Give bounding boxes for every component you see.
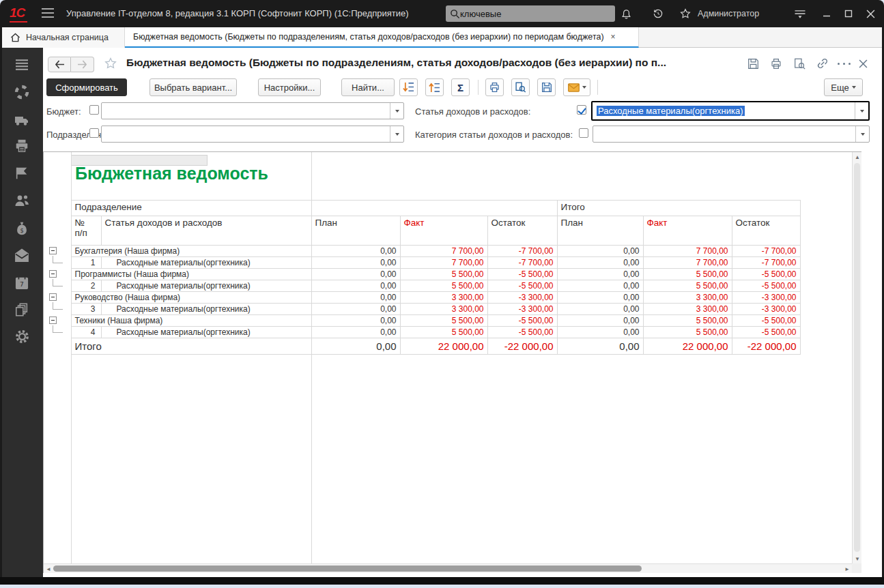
more-caret [852, 86, 856, 89]
current-user[interactable]: Администратор [698, 9, 759, 18]
users-icon[interactable] [13, 192, 31, 209]
sidebar: $ 7 [0, 48, 43, 577]
minimize-button[interactable] [818, 6, 836, 21]
add-favorite-star-icon[interactable] [104, 57, 117, 70]
preview-toolbar-button[interactable] [511, 78, 530, 96]
vehicle-truck-icon[interactable] [13, 111, 31, 129]
table-row-detail: 3 Расходные материалы(оргтехника) 0,00 3… [47, 304, 800, 315]
save-report-icon[interactable] [745, 57, 761, 70]
header-plan: План [311, 216, 400, 246]
cell-num: 1 [71, 257, 101, 269]
item-dropdown-button[interactable] [855, 102, 868, 119]
forward-button[interactable] [71, 57, 94, 72]
cell-fact: 3 300,00 [400, 292, 487, 304]
scroll-up-arrow[interactable]: ▲ [853, 152, 862, 162]
item-filter-combobox[interactable]: Расходные материалы(оргтехника) [591, 101, 870, 121]
cell-plan: 0,00 [311, 292, 400, 304]
collapse-group-icon[interactable] [49, 270, 57, 278]
save-toolbar-button[interactable] [537, 78, 556, 96]
back-button[interactable] [48, 57, 71, 72]
category-filter-combobox[interactable] [593, 126, 870, 143]
close-form-icon[interactable] [855, 57, 871, 70]
history-icon[interactable] [650, 6, 666, 21]
map-flag-icon[interactable] [13, 164, 31, 182]
titlebar: 1С Управление IT-отделом 8, редакция 3.1… [0, 0, 884, 27]
cell-rest: -3 300,00 [487, 292, 557, 304]
cell-fact: 7 700,00 [400, 257, 487, 269]
cell-total-rest: -5 500,00 [732, 327, 800, 338]
search-input[interactable] [460, 9, 597, 19]
spreadsheet[interactable]: Бюджетная ведомость Подразделение Итого [44, 152, 852, 563]
send-email-button[interactable] [563, 78, 590, 96]
sigma-glyph: Σ [457, 82, 464, 93]
preview-icon[interactable] [791, 57, 808, 70]
horizontal-scrollbar[interactable]: ◄ ► [44, 563, 852, 573]
header-total-plan: План [557, 216, 643, 246]
collapse-group-icon[interactable] [49, 293, 57, 301]
service-settings-icon[interactable] [792, 6, 808, 21]
header-item: Статья доходов и расходов [101, 216, 311, 246]
window-frame-bottom [0, 577, 884, 585]
favorites-star-icon[interactable] [677, 6, 694, 21]
main-menu-icon[interactable] [41, 8, 55, 18]
budget-dropdown-button[interactable] [390, 103, 403, 119]
sections-menu-icon[interactable] [13, 56, 31, 74]
collapse-group-icon[interactable] [49, 247, 57, 254]
total-trest: -22 000,00 [732, 338, 800, 355]
print-icon[interactable] [768, 57, 784, 70]
item-filter-checkbox[interactable] [577, 105, 586, 115]
documents-copies-icon[interactable] [13, 301, 31, 319]
cell-plan: 0,00 [311, 246, 400, 257]
department-filter-checkbox[interactable] [89, 128, 99, 138]
print-toolbar-button[interactable] [485, 78, 504, 96]
header-total: Итого [557, 201, 800, 216]
header-rest: Остаток [487, 216, 557, 246]
find-button[interactable]: Найти... [341, 78, 395, 96]
more-button[interactable]: Еще [824, 78, 863, 96]
vertical-scroll-thumb[interactable] [854, 163, 860, 552]
notifications-bell-icon[interactable] [618, 6, 634, 21]
vertical-scrollbar[interactable]: ▲ ▼ [852, 152, 861, 563]
cell-plan: 0,00 [311, 304, 400, 315]
window-frame-left [0, 27, 2, 577]
cell-plan: 0,00 [311, 257, 400, 269]
scroll-left-arrow[interactable]: ◄ [44, 564, 53, 574]
department-filter-combobox[interactable] [101, 126, 404, 143]
generate-button[interactable]: Сформировать [46, 78, 127, 96]
category-filter-checkbox[interactable] [579, 128, 588, 138]
scroll-right-arrow[interactable]: ► [842, 564, 852, 574]
maximize-button[interactable] [840, 6, 857, 21]
select-variant-button[interactable]: Выбрать вариант... [149, 78, 237, 96]
category-dropdown-button[interactable] [855, 126, 869, 142]
gear-settings-icon[interactable] [13, 327, 31, 345]
money-bag-icon[interactable]: $ [13, 220, 31, 237]
helpdesk-lifebuoy-icon[interactable] [13, 83, 31, 101]
get-link-icon[interactable] [814, 57, 831, 70]
calendar-icon[interactable]: 7 [13, 274, 31, 291]
report-table: Подразделение Итого №п/п Статья доходов … [47, 200, 801, 355]
department-dropdown-button[interactable] [390, 126, 403, 142]
global-search[interactable] [446, 5, 615, 22]
settings-button[interactable]: Настройки... [258, 78, 321, 96]
scroll-down-arrow[interactable]: ▼ [853, 554, 862, 563]
grid-guide-mid [311, 152, 312, 200]
collapse-group-icon[interactable] [49, 317, 57, 324]
close-window-button[interactable] [861, 6, 879, 21]
horizontal-scroll-thumb[interactable] [53, 565, 642, 572]
expand-groups-button[interactable] [399, 78, 418, 96]
page-title: Бюджетная ведомость (Бюджеты по подразде… [126, 57, 744, 69]
tab-home[interactable]: Начальная страница [2, 27, 125, 48]
more-label: Еще [831, 83, 849, 93]
sum-button[interactable]: Σ [451, 78, 470, 96]
tab-close-icon[interactable]: × [611, 32, 616, 42]
cell-num: 4 [71, 327, 101, 338]
budget-filter-combobox[interactable] [101, 102, 404, 119]
total-label: Итого [71, 338, 311, 355]
cell-fact: 5 500,00 [400, 315, 487, 327]
printer-icon[interactable] [13, 137, 31, 155]
mail-envelope-icon[interactable] [13, 246, 31, 264]
budget-filter-checkbox[interactable] [89, 105, 99, 115]
tab-report[interactable]: Бюджетная ведомость (Бюджеты по подразде… [125, 27, 639, 48]
more-actions-kebab-icon[interactable] [836, 57, 852, 70]
collapse-groups-button[interactable] [425, 78, 444, 96]
